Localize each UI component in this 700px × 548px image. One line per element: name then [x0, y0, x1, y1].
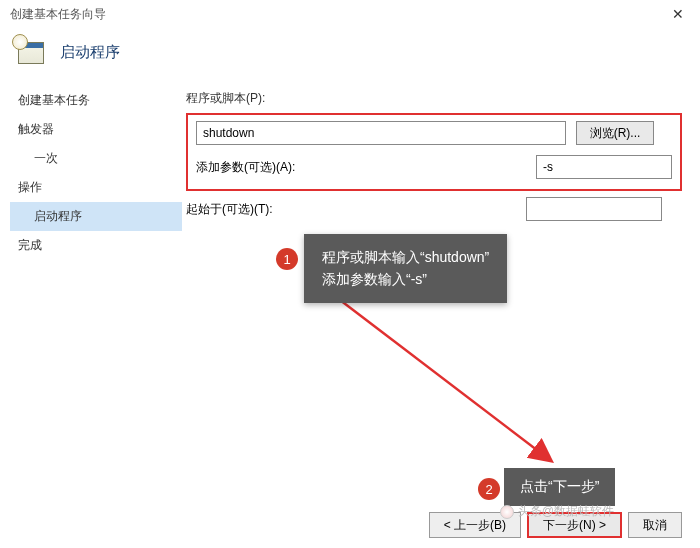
title-bar: 创建基本任务向导 ✕ — [0, 0, 700, 28]
sidebar-item-action: 操作 — [10, 173, 182, 202]
program-input[interactable] — [196, 121, 566, 145]
browse-button[interactable]: 浏览(R)... — [576, 121, 654, 145]
close-icon[interactable]: ✕ — [666, 6, 690, 22]
watermark-logo-icon — [500, 505, 514, 519]
callout1-line1: 程序或脚本输入“shutdown” — [322, 246, 489, 268]
watermark: 头条@数据蛙软件 — [500, 503, 614, 520]
page-title: 启动程序 — [60, 43, 120, 62]
program-label: 程序或脚本(P): — [186, 90, 682, 107]
annotation-callout-2: 点击“下一步” — [504, 468, 615, 506]
sidebar-item-finish: 完成 — [10, 231, 182, 260]
wizard-steps-sidebar: 创建基本任务 触发器 一次 操作 启动程序 完成 — [0, 86, 182, 456]
sidebar-item-once: 一次 — [10, 144, 182, 173]
startin-label: 起始于(可选)(T): — [186, 201, 516, 218]
cancel-button[interactable]: 取消 — [628, 512, 682, 538]
sidebar-item-start-program: 启动程序 — [10, 202, 182, 231]
sidebar-item-trigger: 触发器 — [10, 115, 182, 144]
args-input[interactable] — [536, 155, 672, 179]
startin-input[interactable] — [526, 197, 662, 221]
annotation-highlight-box: 浏览(R)... 添加参数(可选)(A): — [186, 113, 682, 191]
window-title: 创建基本任务向导 — [10, 6, 666, 23]
wizard-header: 启动程序 — [0, 28, 700, 86]
annotation-callout-1: 程序或脚本输入“shutdown” 添加参数输入“-s” — [304, 234, 507, 303]
start-program-icon — [14, 36, 46, 68]
args-label: 添加参数(可选)(A): — [196, 159, 526, 176]
watermark-text: 头条@数据蛙软件 — [518, 503, 614, 520]
annotation-badge-2: 2 — [478, 478, 500, 500]
sidebar-item-create-task: 创建基本任务 — [10, 86, 182, 115]
annotation-badge-1: 1 — [276, 248, 298, 270]
callout1-line2: 添加参数输入“-s” — [322, 268, 489, 290]
